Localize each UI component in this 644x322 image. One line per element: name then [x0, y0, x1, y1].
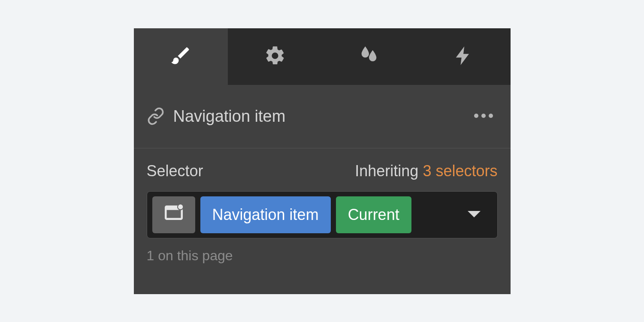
- tab-settings[interactable]: [228, 28, 322, 85]
- bolt-icon: [452, 45, 475, 69]
- tab-effects[interactable]: [322, 28, 417, 85]
- gear-icon: [264, 45, 286, 69]
- state-chip-label: Current: [348, 206, 399, 224]
- selector-header: Selector Inheriting 3 selectors: [147, 162, 498, 180]
- tab-style[interactable]: [134, 28, 228, 85]
- element-box-icon: [163, 202, 184, 227]
- inheriting-label: Inheriting: [355, 162, 418, 180]
- droplets-icon: [358, 45, 380, 69]
- selected-element-label: Navigation item: [173, 107, 469, 126]
- class-chip[interactable]: Navigation item: [200, 196, 331, 233]
- panel-tabs: [134, 28, 511, 85]
- selector-state-dropdown[interactable]: [466, 196, 492, 233]
- inheriting-count-link[interactable]: 3 selectors: [423, 162, 497, 180]
- svg-point-2: [489, 114, 493, 118]
- brush-icon: [169, 45, 192, 69]
- chevron-down-icon: [466, 206, 482, 224]
- link-icon: [147, 107, 165, 125]
- selector-count-line: 1 on this page: [147, 248, 498, 264]
- selector-section: Selector Inheriting 3 selectors Navigati…: [134, 148, 511, 264]
- selected-element-row: Navigation item: [134, 85, 511, 148]
- tab-interactions[interactable]: [416, 28, 511, 85]
- svg-point-5: [177, 204, 183, 210]
- state-chip[interactable]: Current: [336, 196, 411, 233]
- more-horizontal-icon: [474, 112, 493, 120]
- element-selector-chip[interactable]: [152, 196, 195, 233]
- element-more-button[interactable]: [469, 108, 498, 124]
- inheriting-label-wrap: Inheriting 3 selectors: [355, 162, 497, 180]
- selector-title: Selector: [147, 162, 203, 180]
- selector-field[interactable]: Navigation item Current: [147, 191, 498, 238]
- svg-point-0: [474, 114, 478, 118]
- svg-point-1: [481, 114, 486, 118]
- style-panel: Navigation item Selector Inheriting 3 se…: [134, 28, 511, 294]
- class-chip-label: Navigation item: [212, 206, 319, 224]
